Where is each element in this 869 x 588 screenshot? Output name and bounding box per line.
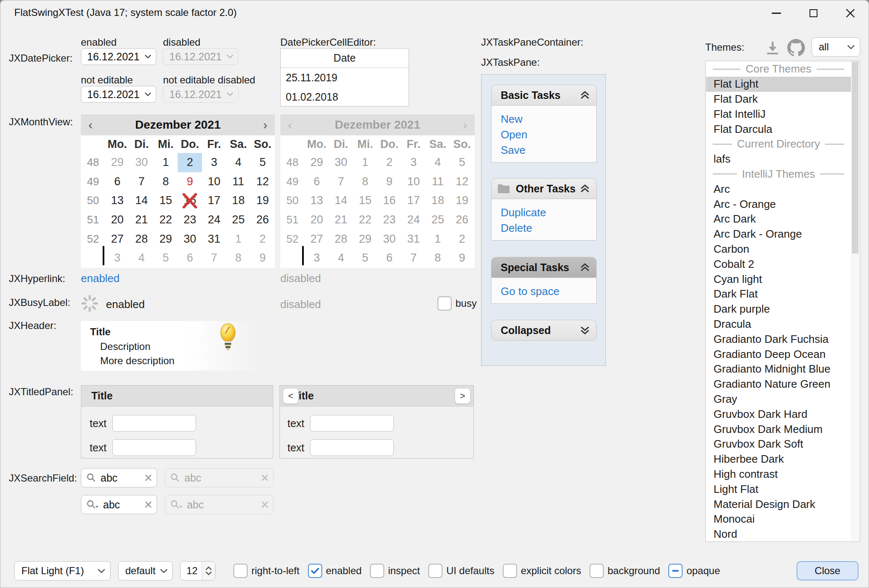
busy-checkbox[interactable]: busy	[437, 296, 477, 311]
text-input[interactable]	[112, 439, 196, 456]
spinner-buttons[interactable]	[202, 562, 215, 580]
theme-row[interactable]: Hiberbee Dark	[706, 452, 851, 467]
calendar-day-cell[interactable]: 16	[178, 191, 202, 210]
theme-row[interactable]: lafs	[706, 152, 851, 167]
theme-row[interactable]: Flat Dark	[706, 92, 851, 107]
task-link[interactable]: Delete	[501, 220, 596, 236]
calendar-day-cell[interactable]: 13	[105, 191, 129, 210]
calendar-day-cell[interactable]: 31	[202, 229, 226, 249]
calendar-day-cell[interactable]: 21	[129, 210, 154, 230]
calendar-day-cell[interactable]: 8	[154, 172, 178, 192]
calendar-day-cell[interactable]: 29	[105, 153, 129, 172]
calendar-day-cell[interactable]: 20	[105, 210, 129, 230]
close-button[interactable]: Close	[797, 561, 859, 580]
github-icon[interactable]	[787, 39, 805, 57]
calendar-day-cell[interactable]: 8	[226, 249, 251, 268]
font-combo[interactable]: default	[118, 561, 173, 580]
calendar-day-cell[interactable]: 3	[105, 249, 129, 268]
theme-row[interactable]: Dark purple	[706, 302, 851, 317]
calendar-day-cell[interactable]: 3	[202, 153, 226, 172]
option-checkbox[interactable]: right-to-left	[233, 564, 300, 578]
option-checkbox[interactable]: opaque	[668, 564, 720, 578]
calendar-day-cell[interactable]: 29	[154, 229, 178, 249]
calendar-day-cell[interactable]: 14	[129, 191, 154, 210]
themes-filter-combo[interactable]: all	[812, 37, 860, 57]
taskpane-group-titlebar[interactable]: Collapsed	[491, 320, 597, 341]
task-link[interactable]: Open	[501, 127, 596, 142]
datepicker-enabled[interactable]: 16.12.2021	[81, 48, 156, 65]
theme-row[interactable]: Dark Flat	[706, 287, 851, 302]
laf-combo[interactable]: Flat Light (F1)	[14, 561, 111, 580]
task-link[interactable]: Duplicate	[501, 205, 596, 220]
scrollbar-thumb[interactable]	[852, 62, 859, 254]
theme-row[interactable]: High contrast	[706, 467, 851, 482]
calendar-day-cell[interactable]: 7	[202, 249, 226, 268]
calendar-day-cell[interactable]: 28	[129, 229, 154, 249]
taskpane-group-titlebar[interactable]: Basic Tasks	[491, 85, 597, 106]
maximize-button[interactable]	[799, 0, 828, 26]
calendar-day-cell[interactable]: 30	[129, 153, 154, 172]
theme-row[interactable]: Dracula	[706, 317, 851, 332]
datepicker-dropdown-button[interactable]	[140, 54, 156, 59]
text-input[interactable]	[310, 439, 394, 456]
taskpane-group-titlebar[interactable]: Other Tasks	[491, 178, 597, 199]
theme-row[interactable]: Monocai	[706, 512, 851, 527]
theme-row[interactable]: Arc Dark - Orange	[706, 227, 851, 242]
theme-row[interactable]: Arc	[706, 181, 851, 197]
scrollbar-track[interactable]	[851, 62, 859, 541]
theme-row[interactable]: Nord	[706, 527, 851, 542]
task-link[interactable]: New	[501, 111, 596, 127]
calendar-day-cell[interactable]: 26	[251, 210, 275, 230]
theme-row[interactable]: Gruvbox Dark Medium	[706, 422, 851, 437]
prev-month-button[interactable]: ‹	[88, 119, 93, 131]
theme-row[interactable]: Material Design Dark	[706, 497, 851, 512]
hyperlink-enabled[interactable]: enabled	[81, 272, 120, 285]
theme-row[interactable]: Arc - Orange	[706, 197, 851, 212]
table-row[interactable]: 25.11.2019	[281, 68, 409, 87]
calendar-day-cell[interactable]: 12	[251, 172, 275, 192]
calendar-day-cell[interactable]: 2	[251, 229, 275, 249]
close-window-button[interactable]	[836, 0, 864, 26]
text-input[interactable]	[112, 415, 196, 432]
theme-row[interactable]: Flat Light	[706, 77, 851, 92]
theme-row[interactable]: Gruvbox Dark Hard	[706, 407, 851, 422]
task-link[interactable]: Go to space	[501, 284, 596, 299]
theme-row[interactable]: IntelliJ Themes	[706, 167, 851, 182]
search-field-enabled[interactable]: abc	[81, 468, 157, 487]
panel-right-button[interactable]: >	[455, 389, 470, 404]
calendar-day-cell[interactable]: 11	[226, 172, 251, 192]
calendar-day-cell[interactable]: 24	[202, 210, 226, 230]
theme-row[interactable]: Carbon	[706, 242, 851, 257]
calendar-day-cell[interactable]: 2	[178, 153, 202, 172]
calendar-day-cell[interactable]: 1	[154, 153, 178, 172]
calendar-day-cell[interactable]: 25	[226, 210, 251, 230]
text-input[interactable]	[310, 415, 394, 432]
theme-row[interactable]: Current Directory	[706, 137, 851, 152]
table-header-date[interactable]: Date	[281, 49, 409, 68]
calendar-day-cell[interactable]: 5	[251, 153, 275, 172]
theme-row[interactable]: Light Flat	[706, 482, 851, 497]
datepicker-dropdown-button[interactable]	[140, 92, 156, 96]
next-month-button[interactable]: ›	[263, 119, 267, 131]
calendar-day-cell[interactable]: 19	[251, 191, 275, 210]
option-checkbox[interactable]: background	[590, 564, 660, 578]
theme-row[interactable]: Gradianto Deep Ocean	[706, 347, 851, 362]
datepicker-not-editable[interactable]: 16.12.2021	[81, 86, 156, 103]
theme-row[interactable]: Arc Dark	[706, 212, 851, 227]
table-row[interactable]: 01.02.2018	[281, 87, 409, 106]
calendar-day-cell[interactable]: 17	[202, 191, 226, 210]
theme-row[interactable]: Gradianto Midnight Blue	[706, 362, 851, 377]
calendar-day-cell[interactable]: 30	[178, 229, 202, 249]
calendar-day-cell[interactable]: 4	[226, 153, 251, 172]
calendar-day-cell[interactable]: 18	[226, 191, 251, 210]
search-field-with-menu-enabled[interactable]: abc	[81, 495, 157, 514]
panel-left-button[interactable]: <	[283, 389, 298, 404]
theme-row[interactable]: Gradianto Nature Green	[706, 377, 851, 392]
calendar-day-cell[interactable]: 6	[105, 172, 129, 192]
calendar-day-cell[interactable]: 22	[154, 210, 178, 230]
option-checkbox[interactable]: UI defaults	[428, 564, 494, 578]
calendar-day-cell[interactable]: 23	[178, 210, 202, 230]
calendar-day-cell[interactable]: 10	[202, 172, 226, 192]
spinner-up-icon[interactable]	[206, 567, 212, 570]
theme-row[interactable]: Flat Darcula	[706, 122, 851, 137]
